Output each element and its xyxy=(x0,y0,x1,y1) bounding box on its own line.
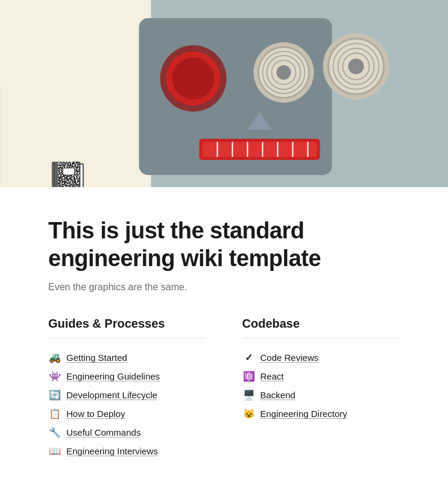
list-item[interactable]: 👾 Engineering Guidelines xyxy=(48,367,206,386)
guides-column: Guides & Processes 🚜 Getting Started 👾 E… xyxy=(48,317,206,460)
how-to-deploy-link[interactable]: How to Deploy xyxy=(66,409,125,419)
engineering-directory-icon: 😺 xyxy=(242,408,256,419)
content-area: This is just the standard engineering wi… xyxy=(0,187,448,485)
codebase-title: Codebase xyxy=(242,317,400,331)
getting-started-icon: 🚜 xyxy=(48,352,62,363)
engineering-directory-link[interactable]: Engineering Directory xyxy=(260,409,347,419)
development-lifecycle-link[interactable]: Development Lifecycle xyxy=(66,390,157,400)
useful-commands-icon: 🔧 xyxy=(48,427,62,438)
codebase-divider xyxy=(242,338,400,339)
svg-rect-22 xyxy=(202,142,317,157)
react-link[interactable]: React xyxy=(260,371,284,381)
development-lifecycle-icon: 🔄 xyxy=(48,389,62,401)
svg-point-12 xyxy=(276,65,291,80)
svg-point-5 xyxy=(172,57,214,100)
backend-icon: 🖥️ xyxy=(242,389,256,401)
react-icon: ⚛️ xyxy=(242,371,256,382)
engineering-guidelines-icon: 👾 xyxy=(48,371,62,382)
guides-title: Guides & Processes xyxy=(48,317,206,331)
list-item[interactable]: 🔄 Development Lifecycle xyxy=(48,386,206,404)
list-item[interactable]: 📖 Engineering Interviews xyxy=(48,442,206,460)
codebase-list: ✓ Code Reviews ⚛️ React 🖥️ Backend 😺 Eng… xyxy=(242,348,400,423)
useful-commands-link[interactable]: Useful Commands xyxy=(66,427,140,438)
how-to-deploy-icon: 📋 xyxy=(48,408,62,419)
list-item[interactable]: 🔧 Useful Commands xyxy=(48,423,206,442)
list-item[interactable]: 😺 Engineering Directory xyxy=(242,404,400,423)
getting-started-link[interactable]: Getting Started xyxy=(66,352,127,363)
columns-container: Guides & Processes 🚜 Getting Started 👾 E… xyxy=(48,317,400,460)
engineering-interviews-icon: 📖 xyxy=(48,445,62,457)
svg-point-19 xyxy=(348,59,364,74)
backend-link[interactable]: Backend xyxy=(260,390,295,400)
guides-list: 🚜 Getting Started 👾 Engineering Guidelin… xyxy=(48,348,206,460)
list-item[interactable]: ✓ Code Reviews xyxy=(242,348,400,367)
engineering-interviews-link[interactable]: Engineering Interviews xyxy=(66,446,158,456)
code-reviews-link[interactable]: Code Reviews xyxy=(260,352,319,363)
list-item[interactable]: 📋 How to Deploy xyxy=(48,404,206,423)
page-subtitle: Even the graphics are the same. xyxy=(48,282,400,293)
list-item[interactable]: ⚛️ React xyxy=(242,367,400,386)
codebase-column: Codebase ✓ Code Reviews ⚛️ React 🖥️ Back… xyxy=(242,317,400,460)
engineering-guidelines-link[interactable]: Engineering Guidelines xyxy=(66,371,160,381)
page-title: This is just the standard engineering wi… xyxy=(48,217,400,272)
hero-banner: 📓 xyxy=(0,0,448,187)
page-icon: 📓 xyxy=(45,163,87,187)
guides-divider xyxy=(48,338,206,339)
code-reviews-icon: ✓ xyxy=(242,352,256,363)
list-item[interactable]: 🖥️ Backend xyxy=(242,386,400,404)
list-item[interactable]: 🚜 Getting Started xyxy=(48,348,206,367)
